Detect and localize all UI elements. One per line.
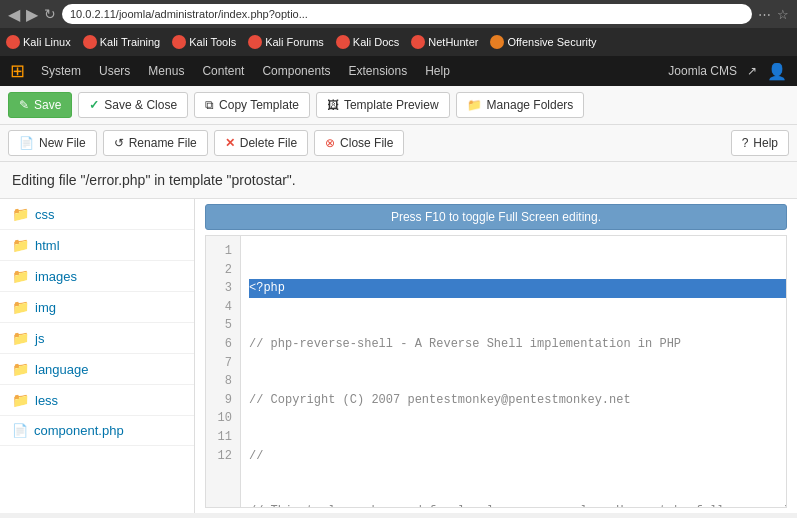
code-editor[interactable]: 1 2 3 4 5 6 7 8 9 10 11 12 <?php // php-… <box>205 235 787 508</box>
kali-tools-icon <box>172 35 186 49</box>
nethunter-icon <box>411 35 425 49</box>
sidebar-item-js[interactable]: 📁 js <box>0 323 194 354</box>
folder-images-icon: 📁 <box>12 268 29 284</box>
action-toolbar: ✎ Save ✓ Save & Close ⧉ Copy Template 🖼 … <box>0 86 797 125</box>
file-component-icon: 📄 <box>12 423 28 438</box>
nav-menus[interactable]: Menus <box>140 60 192 82</box>
kali-forums-label: Kali Forums <box>265 36 324 48</box>
kali-linux-icon <box>6 35 20 49</box>
kali-linux-label: Kali Linux <box>23 36 71 48</box>
sidebar-item-component-php[interactable]: 📄 component.php <box>0 416 194 446</box>
code-content[interactable]: <?php // php-reverse-shell - A Reverse S… <box>241 236 787 507</box>
nethunter-label: NetHunter <box>428 36 478 48</box>
kali-forums-icon <box>248 35 262 49</box>
file-toolbar: 📄 New File ↺ Rename File ✕ Delete File ⊗… <box>0 125 797 162</box>
bookmark-icon[interactable]: ☆ <box>777 7 789 22</box>
folder-less-icon: 📁 <box>12 392 29 408</box>
preview-icon: 🖼 <box>327 98 339 112</box>
manage-folders-label: Manage Folders <box>487 98 574 112</box>
url-bar[interactable]: 10.0.2.11/joomla/administrator/index.php… <box>62 4 752 24</box>
new-file-button[interactable]: 📄 New File <box>8 130 97 156</box>
save-label: Save <box>34 98 61 112</box>
forward-icon[interactable]: ▶ <box>26 5 38 24</box>
main-content: 📁 css 📁 html 📁 images 📁 img 📁 js 📁 langu… <box>0 199 797 513</box>
ln-4: 4 <box>214 298 232 317</box>
save-close-label: Save & Close <box>104 98 177 112</box>
folder-icon: 📁 <box>467 98 482 112</box>
sidebar-item-images[interactable]: 📁 images <box>0 261 194 292</box>
kali-training-link[interactable]: Kali Training <box>83 35 161 49</box>
help-button[interactable]: ? Help <box>731 130 789 156</box>
sidebar-item-language-label: language <box>35 362 89 377</box>
kali-linux-link[interactable]: Kali Linux <box>6 35 71 49</box>
rename-icon: ↺ <box>114 136 124 150</box>
nav-system[interactable]: System <box>33 60 89 82</box>
code-line-1: <?php <box>249 279 787 298</box>
joomla-main-nav: ⊞ System Users Menus Content Components … <box>10 60 458 82</box>
folder-html-icon: 📁 <box>12 237 29 253</box>
sidebar-item-css[interactable]: 📁 css <box>0 199 194 230</box>
sidebar-item-img-label: img <box>35 300 56 315</box>
folder-img-icon: 📁 <box>12 299 29 315</box>
delete-file-button[interactable]: ✕ Delete File <box>214 130 308 156</box>
delete-icon: ✕ <box>225 136 235 150</box>
ln-1: 1 <box>214 242 232 261</box>
code-line-5: // This tool may be used for legal purpo… <box>249 502 787 508</box>
offensive-security-label: Offensive Security <box>507 36 596 48</box>
sidebar-item-less-label: less <box>35 393 58 408</box>
offensive-security-icon <box>490 35 504 49</box>
kali-training-icon <box>83 35 97 49</box>
kali-forums-link[interactable]: Kali Forums <box>248 35 324 49</box>
nav-content[interactable]: Content <box>194 60 252 82</box>
line-numbers: 1 2 3 4 5 6 7 8 9 10 11 12 <box>206 236 241 507</box>
code-line-2: // php-reverse-shell - A Reverse Shell i… <box>249 335 787 354</box>
external-link-icon: ↗ <box>747 64 757 78</box>
browser-bar: ◀ ▶ ↻ 10.0.2.11/joomla/administrator/ind… <box>0 0 797 28</box>
sidebar-item-img[interactable]: 📁 img <box>0 292 194 323</box>
joomla-nav-bar: ⊞ System Users Menus Content Components … <box>0 56 797 86</box>
nav-extensions[interactable]: Extensions <box>340 60 415 82</box>
joomla-brand-label: Joomla CMS <box>668 64 737 78</box>
editor-hint: Press F10 to toggle Full Screen editing. <box>205 204 787 230</box>
user-avatar-icon[interactable]: 👤 <box>767 62 787 81</box>
rename-file-button[interactable]: ↺ Rename File <box>103 130 208 156</box>
sidebar-item-images-label: images <box>35 269 77 284</box>
kali-docs-icon <box>336 35 350 49</box>
copy-template-button[interactable]: ⧉ Copy Template <box>194 92 310 118</box>
kali-bar: Kali Linux Kali Training Kali Tools Kali… <box>0 28 797 56</box>
sidebar-item-component-label: component.php <box>34 423 124 438</box>
editing-info-text: Editing file "/error.php" in template "p… <box>12 172 296 188</box>
folder-language-icon: 📁 <box>12 361 29 377</box>
save-button[interactable]: ✎ Save <box>8 92 72 118</box>
sidebar-item-language[interactable]: 📁 language <box>0 354 194 385</box>
nav-components[interactable]: Components <box>254 60 338 82</box>
close-file-button[interactable]: ⊗ Close File <box>314 130 404 156</box>
file-tree-sidebar: 📁 css 📁 html 📁 images 📁 img 📁 js 📁 langu… <box>0 199 195 513</box>
code-line-3: // Copyright (C) 2007 pentestmonkey@pent… <box>249 391 787 410</box>
nav-help[interactable]: Help <box>417 60 458 82</box>
code-line-4: // <box>249 447 787 466</box>
sidebar-item-css-label: css <box>35 207 55 222</box>
nav-users[interactable]: Users <box>91 60 138 82</box>
menu-dots-icon[interactable]: ⋯ <box>758 7 771 22</box>
sidebar-item-html-label: html <box>35 238 60 253</box>
close-icon: ⊗ <box>325 136 335 150</box>
manage-folders-button[interactable]: 📁 Manage Folders <box>456 92 585 118</box>
kali-docs-link[interactable]: Kali Docs <box>336 35 399 49</box>
sidebar-item-less[interactable]: 📁 less <box>0 385 194 416</box>
url-text: 10.0.2.11/joomla/administrator/index.php… <box>70 8 308 20</box>
back-icon[interactable]: ◀ <box>8 5 20 24</box>
template-preview-button[interactable]: 🖼 Template Preview <box>316 92 450 118</box>
offensive-security-link[interactable]: Offensive Security <box>490 35 596 49</box>
kali-docs-label: Kali Docs <box>353 36 399 48</box>
editor-area: Press F10 to toggle Full Screen editing.… <box>195 199 797 513</box>
kali-tools-link[interactable]: Kali Tools <box>172 35 236 49</box>
help-label: Help <box>753 136 778 150</box>
nethunter-link[interactable]: NetHunter <box>411 35 478 49</box>
editing-info-bar: Editing file "/error.php" in template "p… <box>0 162 797 199</box>
delete-file-label: Delete File <box>240 136 297 150</box>
refresh-icon[interactable]: ↻ <box>44 6 56 22</box>
sidebar-item-html[interactable]: 📁 html <box>0 230 194 261</box>
save-close-button[interactable]: ✓ Save & Close <box>78 92 188 118</box>
joomla-top-right: Joomla CMS ↗ 👤 <box>668 62 787 81</box>
